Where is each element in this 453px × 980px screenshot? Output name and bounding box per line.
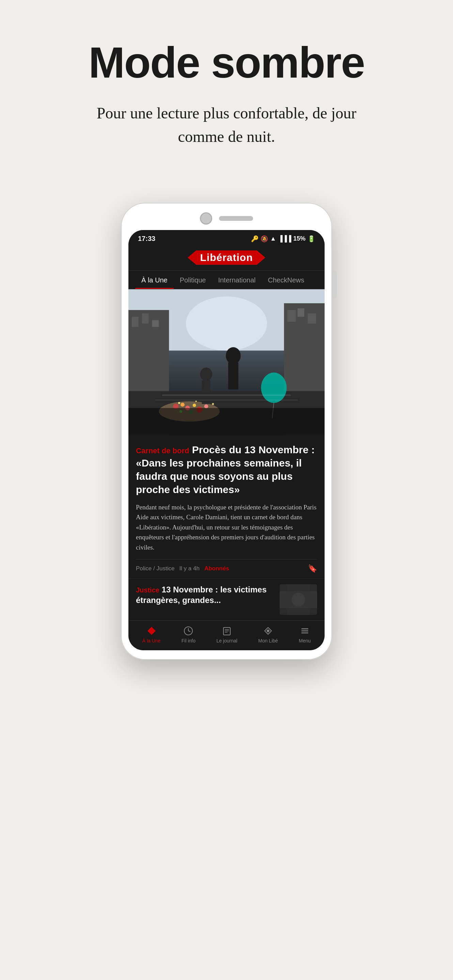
battery-level: 15%	[293, 235, 306, 242]
svg-rect-7	[298, 308, 305, 317]
article-preview: Justice 13 Novembre : les victimes étran…	[128, 579, 325, 620]
svg-rect-27	[155, 399, 297, 401]
nav-tabs: À la Une Politique International CheckNe…	[128, 271, 325, 289]
article-time: Il y a 4h	[179, 565, 199, 572]
svg-point-35	[292, 593, 305, 606]
article-content: Carnet de bord Procès du 13 Novembre : «…	[128, 436, 325, 579]
phone-mockup: 17:33 🔑 🔕 ▲ ▐▐▐ 15% 🔋 Libération	[121, 203, 332, 660]
svg-point-10	[186, 296, 267, 350]
bottom-nav-menu[interactable]: Menu	[299, 625, 311, 643]
phone-top-bar	[128, 212, 325, 224]
tab-a-la-une[interactable]: À la Une	[135, 271, 174, 289]
article-preview-tag: Justice	[136, 586, 160, 594]
phone-camera	[200, 212, 212, 224]
promo-subtitle: Pour une lecture plus confortable, de jo…	[90, 102, 363, 148]
svg-point-30	[212, 403, 214, 405]
status-bar: 17:33 🔑 🔕 ▲ ▐▐▐ 15% 🔋	[128, 230, 325, 245]
hamburger-icon	[300, 626, 309, 636]
bottom-nav-le-journal[interactable]: Le journal	[216, 625, 238, 643]
svg-point-24	[200, 368, 212, 381]
a-la-une-icon-wrapper	[146, 625, 157, 636]
thumbnail-image	[280, 584, 317, 615]
svg-line-39	[188, 631, 190, 632]
bottom-nav-mon-libe[interactable]: Mon Libé	[258, 625, 278, 643]
tab-checknews[interactable]: CheckNews	[262, 271, 311, 289]
article-title: Carnet de bord Procès du 13 Novembre : «…	[136, 443, 317, 496]
liberation-logo: Libération	[188, 250, 265, 265]
fil-info-icon-wrapper	[183, 625, 194, 636]
svg-rect-3	[142, 313, 149, 324]
bookmark-icon[interactable]: 🔖	[308, 564, 317, 573]
hero-svg	[128, 289, 325, 436]
mon-libe-icon-wrapper	[263, 625, 273, 636]
status-time: 17:33	[138, 235, 155, 243]
app-header: Libération	[128, 245, 325, 271]
tab-politique[interactable]: Politique	[174, 271, 212, 289]
bottom-nav-a-la-une[interactable]: À la Une	[142, 625, 161, 643]
article-preview-text: Justice 13 Novembre : les victimes étran…	[136, 584, 274, 615]
key-icon: 🔑	[251, 235, 258, 243]
menu-label: Menu	[299, 638, 311, 643]
svg-rect-40	[223, 627, 230, 635]
newspaper-icon	[222, 626, 231, 636]
article-badge: Abonnés	[204, 565, 229, 572]
promo-section: Mode sombre Pour une lecture plus confor…	[0, 0, 453, 176]
battery-icon: 🔋	[308, 235, 315, 243]
svg-point-29	[196, 401, 197, 402]
signal-icon: ▐▐▐	[278, 235, 291, 242]
svg-rect-8	[308, 313, 316, 324]
svg-point-15	[193, 404, 196, 407]
svg-point-13	[180, 402, 185, 407]
article-tag: Carnet de bord	[136, 447, 189, 455]
phone-screen: 17:33 🔑 🔕 ▲ ▐▐▐ 15% 🔋 Libération	[128, 230, 325, 650]
svg-point-17	[204, 404, 208, 408]
logo-text: Libération	[196, 250, 256, 265]
mon-libe-label: Mon Libé	[258, 638, 278, 643]
bell-icon: 🔕	[260, 235, 268, 243]
bottom-nav-fil-info[interactable]: Fil info	[182, 625, 196, 643]
svg-rect-31	[128, 408, 325, 435]
logo-diamond-left	[188, 250, 196, 265]
svg-rect-6	[287, 310, 296, 322]
article-meta: Police / Justice Il y a 4h Abonnés 🔖	[136, 559, 317, 579]
le-journal-icon-wrapper	[222, 625, 232, 636]
svg-rect-4	[152, 320, 159, 327]
hero-image	[128, 289, 325, 436]
svg-point-20	[261, 372, 286, 403]
article-body: Pendant neuf mois, la psychologue et pré…	[136, 502, 317, 552]
a-la-une-label: À la Une	[142, 638, 161, 643]
phone-speaker	[219, 216, 253, 221]
clock-icon	[183, 626, 193, 636]
diamond-icon	[147, 626, 156, 636]
fil-info-label: Fil info	[182, 638, 196, 643]
svg-rect-23	[228, 363, 238, 389]
menu-icon-wrapper	[299, 625, 310, 636]
promo-title: Mode sombre	[89, 41, 364, 84]
phone-side-button	[332, 271, 337, 298]
svg-marker-36	[147, 627, 156, 635]
status-icons: 🔑 🔕 ▲ ▐▐▐ 15% 🔋	[251, 235, 315, 243]
logo-diamond-right	[257, 250, 265, 265]
svg-point-28	[178, 402, 180, 404]
article-category: Police / Justice	[136, 565, 174, 572]
bottom-nav: À la Une Fil info	[128, 620, 325, 650]
article-preview-title: Justice 13 Novembre : les victimes étran…	[136, 584, 274, 605]
hero-image-inner	[128, 289, 325, 436]
svg-rect-2	[132, 317, 139, 327]
wifi-icon: ▲	[270, 235, 276, 242]
article-preview-thumbnail	[280, 584, 317, 615]
phone-wrapper: 17:33 🔑 🔕 ▲ ▐▐▐ 15% 🔋 Libération	[0, 203, 453, 660]
svg-point-22	[226, 347, 241, 364]
le-journal-label: Le journal	[216, 638, 238, 643]
mon-libe-icon	[263, 626, 273, 636]
article-meta-left: Police / Justice Il y a 4h Abonnés	[136, 565, 229, 572]
svg-marker-45	[266, 629, 270, 633]
tab-international[interactable]: International	[212, 271, 262, 289]
svg-rect-26	[162, 395, 290, 396]
